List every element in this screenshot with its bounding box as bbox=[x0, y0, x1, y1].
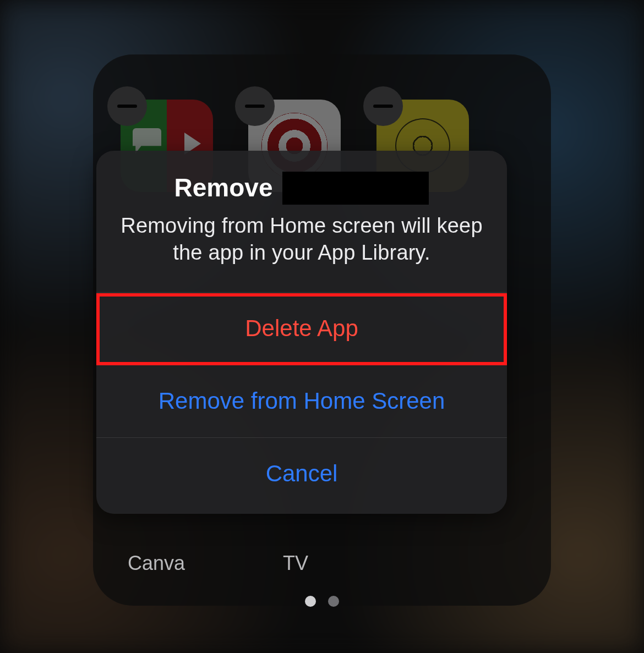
action-sheet-message: Removing from Home screen will keep the … bbox=[121, 212, 483, 267]
delete-app-button[interactable]: Delete App bbox=[96, 292, 507, 365]
page-dot-1 bbox=[305, 596, 316, 607]
action-sheet-header: Remove Removing from Home screen will ke… bbox=[96, 151, 507, 292]
remove-app-action-sheet: Remove Removing from Home screen will ke… bbox=[96, 151, 507, 514]
page-indicator[interactable] bbox=[93, 596, 551, 609]
app-label-canva: Canva bbox=[128, 552, 185, 575]
cancel-button[interactable]: Cancel bbox=[96, 437, 507, 510]
redacted-app-name bbox=[282, 172, 429, 205]
app-label-tv: TV bbox=[283, 552, 308, 575]
action-sheet-title-prefix: Remove bbox=[174, 172, 273, 204]
action-sheet-title: Remove bbox=[121, 172, 483, 205]
page-dot-2 bbox=[328, 596, 339, 607]
folder-app-labels: Canva TV bbox=[93, 552, 551, 578]
remove-from-home-button[interactable]: Remove from Home Screen bbox=[96, 365, 507, 437]
